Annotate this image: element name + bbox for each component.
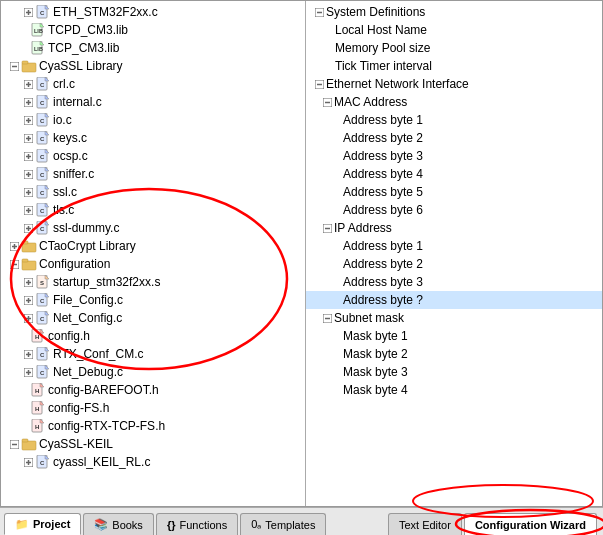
expander-eth-network[interactable]: [312, 77, 326, 91]
left-tree-item-tcpd-cm3[interactable]: LIBTCPD_CM3.lib: [1, 21, 305, 39]
expander-system-def[interactable]: [312, 5, 326, 19]
expander-ip-address[interactable]: [320, 221, 334, 235]
left-tree-item-crl[interactable]: Ccrl.c: [1, 75, 305, 93]
bottom-tab-bar: 📁 Project 📚 Books {} Functions 0ₐ Templa…: [0, 507, 603, 535]
right-tree-item-mac3[interactable]: Address byte 3: [306, 147, 602, 165]
left-tree-item-cyassl[interactable]: CyaSSL Library: [1, 57, 305, 75]
right-tree-item-mac4[interactable]: Address byte 4: [306, 165, 602, 183]
expander-cyassl-rl[interactable]: [21, 455, 35, 469]
left-tree-item-startup[interactable]: Sstartup_stm32f2xx.s: [1, 273, 305, 291]
left-tree-item-tls[interactable]: Ctls.c: [1, 201, 305, 219]
left-tree-item-rtx-conf[interactable]: CRTX_Conf_CM.c: [1, 345, 305, 363]
right-tree-item-memory-pool[interactable]: Memory Pool size: [306, 39, 602, 57]
label-ip-address: IP Address: [334, 219, 392, 237]
tab-books[interactable]: 📚 Books: [83, 513, 154, 535]
right-tree-item-mask4[interactable]: Mask byte 4: [306, 381, 602, 399]
left-tree-item-io[interactable]: Cio.c: [1, 111, 305, 129]
left-tree-item-internal[interactable]: Cinternal.c: [1, 93, 305, 111]
expander-config-barefoot[interactable]: [21, 383, 30, 397]
expander-sniffer[interactable]: [21, 167, 35, 181]
right-tree-item-eth-network[interactable]: Ethernet Network Interface: [306, 75, 602, 93]
expander-keys[interactable]: [21, 131, 35, 145]
expander-config-fs[interactable]: [21, 401, 30, 415]
label-local-host: Local Host Name: [335, 21, 427, 39]
left-tree-item-tcp-cm3[interactable]: LIBTCP_CM3.lib: [1, 39, 305, 57]
expander-tcpd-cm3[interactable]: [21, 23, 30, 37]
left-tree-item-ssl-dummy[interactable]: Cssl-dummy.c: [1, 219, 305, 237]
tab-text-editor[interactable]: Text Editor: [388, 513, 462, 535]
left-tree-item-eth-stm32[interactable]: CETH_STM32F2xx.c: [1, 3, 305, 21]
expander-cyassl-keil[interactable]: [7, 437, 21, 451]
right-tree-item-mask3[interactable]: Mask byte 3: [306, 363, 602, 381]
expander-cyassl[interactable]: [7, 59, 21, 73]
expander-file-config[interactable]: [21, 293, 35, 307]
left-tree-item-ctaocrypt[interactable]: CTaoCrypt Library: [1, 237, 305, 255]
tab-config-wizard[interactable]: Configuration Wizard: [464, 513, 597, 535]
right-tree-item-mac6[interactable]: Address byte 6: [306, 201, 602, 219]
left-panel[interactable]: CETH_STM32F2xx.cLIBTCPD_CM3.libLIBTCP_CM…: [1, 1, 306, 506]
tab-project[interactable]: 📁 Project: [4, 513, 81, 535]
right-tree-item-ip1[interactable]: Address byte 1: [306, 237, 602, 255]
left-tree-item-cyassl-keil[interactable]: CyaSSL-KEIL: [1, 435, 305, 453]
left-tree-item-config-barefoot[interactable]: Hconfig-BAREFOOT.h: [1, 381, 305, 399]
label-net-debug: Net_Debug.c: [53, 363, 123, 381]
left-tree-item-ssl[interactable]: Cssl.c: [1, 183, 305, 201]
expander-internal[interactable]: [21, 95, 35, 109]
left-tree-item-config-rtx[interactable]: Hconfig-RTX-TCP-FS.h: [1, 417, 305, 435]
expander-ctaocrypt[interactable]: [7, 239, 21, 253]
left-tree-item-config-fs[interactable]: Hconfig-FS.h: [1, 399, 305, 417]
left-tree-item-cyassl-rl[interactable]: Ccyassl_KEIL_RL.c: [1, 453, 305, 471]
right-tree-item-mac1[interactable]: Address byte 1: [306, 111, 602, 129]
left-tree-item-net-config[interactable]: CNet_Config.c: [1, 309, 305, 327]
right-tree-item-mask1[interactable]: Mask byte 1: [306, 327, 602, 345]
tab-functions[interactable]: {} Functions: [156, 513, 238, 535]
expander-ssl-dummy[interactable]: [21, 221, 35, 235]
left-tree-item-file-config[interactable]: CFile_Config.c: [1, 291, 305, 309]
expander-mac-address[interactable]: [320, 95, 334, 109]
right-tree-item-tick-timer[interactable]: Tick Timer interval: [306, 57, 602, 75]
expander-startup[interactable]: [21, 275, 35, 289]
label-cyassl-rl: cyassl_KEIL_RL.c: [53, 453, 150, 471]
right-tree-item-ip3[interactable]: Address byte 3: [306, 273, 602, 291]
expander-ocsp[interactable]: [21, 149, 35, 163]
left-tree-item-config-h[interactable]: Hconfig.h: [1, 327, 305, 345]
expander-tls[interactable]: [21, 203, 35, 217]
label-cyassl-keil: CyaSSL-KEIL: [39, 435, 113, 453]
svg-text:H: H: [35, 334, 39, 340]
right-tree-item-ip2[interactable]: Address byte 2: [306, 255, 602, 273]
expander-crl[interactable]: [21, 77, 35, 91]
right-tree-item-subnet-mask[interactable]: Subnet mask: [306, 309, 602, 327]
right-tree-item-local-host[interactable]: Local Host Name: [306, 21, 602, 39]
expander-configuration[interactable]: [7, 257, 21, 271]
label-config-barefoot: config-BAREFOOT.h: [48, 381, 159, 399]
label-config-fs: config-FS.h: [48, 399, 109, 417]
svg-text:C: C: [40, 226, 45, 232]
expander-ssl[interactable]: [21, 185, 35, 199]
expander-io[interactable]: [21, 113, 35, 127]
left-tree-item-ocsp[interactable]: Cocsp.c: [1, 147, 305, 165]
expander-rtx-conf[interactable]: [21, 347, 35, 361]
left-tree-item-sniffer[interactable]: Csniffer.c: [1, 165, 305, 183]
left-tree-item-keys[interactable]: Ckeys.c: [1, 129, 305, 147]
expander-tcp-cm3[interactable]: [21, 41, 30, 55]
icon-config-h: H: [30, 329, 46, 343]
tab-templates[interactable]: 0ₐ Templates: [240, 513, 326, 535]
right-panel[interactable]: System DefinitionsLocal Host NameMemory …: [306, 1, 602, 506]
left-tree-item-configuration[interactable]: Configuration: [1, 255, 305, 273]
expander-eth-stm32[interactable]: [21, 5, 35, 19]
right-tree-item-ip4[interactable]: Address byte ?: [306, 291, 602, 309]
right-tree-item-mask2[interactable]: Mask byte 2: [306, 345, 602, 363]
label-mask2: Mask byte 2: [343, 345, 408, 363]
right-tree-item-system-def[interactable]: System Definitions: [306, 3, 602, 21]
expander-config-h[interactable]: [21, 329, 30, 343]
expander-net-config[interactable]: [21, 311, 35, 325]
svg-text:C: C: [40, 154, 45, 160]
right-tree-item-ip-address[interactable]: IP Address: [306, 219, 602, 237]
expander-subnet-mask[interactable]: [320, 311, 334, 325]
right-tree-item-mac5[interactable]: Address byte 5: [306, 183, 602, 201]
right-tree-item-mac-address[interactable]: MAC Address: [306, 93, 602, 111]
right-tree-item-mac2[interactable]: Address byte 2: [306, 129, 602, 147]
expander-config-rtx[interactable]: [21, 419, 30, 433]
expander-net-debug[interactable]: [21, 365, 35, 379]
left-tree-item-net-debug[interactable]: CNet_Debug.c: [1, 363, 305, 381]
